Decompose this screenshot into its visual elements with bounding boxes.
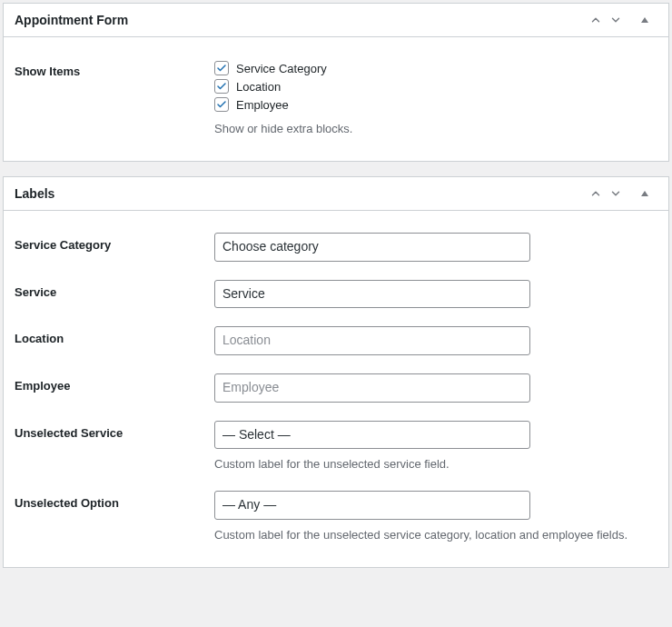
panel-order-controls bbox=[587, 184, 657, 203]
appointment-form-title: Appointment Form bbox=[15, 13, 587, 27]
checkbox-employee[interactable]: Employee bbox=[214, 95, 657, 114]
panel-toggle-button[interactable] bbox=[632, 11, 657, 29]
unselected-option-input[interactable] bbox=[214, 491, 530, 520]
employee-input[interactable] bbox=[214, 373, 530, 403]
service-category-row: Service Category bbox=[15, 222, 657, 269]
appointment-form-header: Appointment Form bbox=[4, 4, 668, 37]
labels-body: Service Category Service Location Employ… bbox=[4, 211, 668, 567]
location-label: Location bbox=[15, 326, 214, 355]
service-category-label: Service Category bbox=[15, 233, 214, 262]
chevron-up-icon bbox=[589, 14, 602, 26]
appointment-form-body: Show Items Service Category Location bbox=[4, 37, 668, 161]
location-input[interactable] bbox=[214, 326, 530, 355]
panel-order-controls bbox=[587, 11, 657, 29]
checkbox-label: Location bbox=[236, 80, 281, 94]
checkbox-label: Employee bbox=[236, 98, 289, 112]
unselected-option-row: Unselected Option Custom label for the u… bbox=[15, 480, 657, 551]
check-icon bbox=[216, 63, 227, 74]
triangle-up-icon bbox=[640, 15, 649, 25]
service-label: Service bbox=[15, 280, 214, 309]
checkbox-label: Service Category bbox=[236, 62, 327, 75]
chevron-up-icon bbox=[589, 187, 602, 200]
employee-label: Employee bbox=[15, 373, 214, 403]
unselected-service-label: Unselected Service bbox=[15, 421, 214, 473]
checkbox-input[interactable] bbox=[214, 61, 229, 75]
location-row: Location bbox=[15, 315, 657, 363]
show-items-row: Show Items Service Category Location bbox=[15, 48, 657, 144]
svg-marker-0 bbox=[641, 17, 648, 23]
checkbox-service-category[interactable]: Service Category bbox=[214, 59, 657, 77]
unselected-service-description: Custom label for the unselected service … bbox=[214, 456, 657, 473]
chevron-down-icon bbox=[609, 187, 622, 200]
panel-toggle-button[interactable] bbox=[632, 184, 657, 203]
labels-panel: Labels Service Category Service bbox=[3, 176, 669, 568]
employee-row: Employee bbox=[15, 363, 657, 410]
check-icon bbox=[216, 99, 227, 110]
unselected-option-label: Unselected Option bbox=[15, 491, 214, 543]
service-row: Service bbox=[15, 269, 657, 316]
unselected-option-description: Custom label for the unselected service … bbox=[214, 527, 657, 543]
unselected-service-input[interactable] bbox=[214, 421, 530, 450]
show-items-description: Show or hide extra blocks. bbox=[214, 121, 657, 137]
move-up-button[interactable] bbox=[587, 184, 605, 203]
show-items-label: Show Items bbox=[15, 59, 214, 137]
appointment-form-panel: Appointment Form Show Items Service Cate… bbox=[3, 3, 669, 162]
triangle-up-icon bbox=[640, 189, 649, 198]
show-items-field: Service Category Location Employee Show … bbox=[214, 59, 657, 137]
service-category-input[interactable] bbox=[214, 233, 530, 262]
svg-marker-1 bbox=[641, 191, 648, 196]
labels-header: Labels bbox=[4, 177, 668, 211]
labels-title: Labels bbox=[15, 186, 587, 201]
move-down-button[interactable] bbox=[607, 184, 625, 203]
unselected-service-row: Unselected Service Custom label for the … bbox=[15, 410, 657, 481]
move-down-button[interactable] bbox=[607, 11, 625, 29]
checkbox-input[interactable] bbox=[214, 97, 229, 112]
checkbox-location[interactable]: Location bbox=[214, 77, 657, 95]
service-input[interactable] bbox=[214, 280, 530, 309]
checkbox-input[interactable] bbox=[214, 79, 229, 94]
move-up-button[interactable] bbox=[587, 11, 605, 29]
check-icon bbox=[216, 81, 227, 92]
chevron-down-icon bbox=[609, 14, 622, 26]
